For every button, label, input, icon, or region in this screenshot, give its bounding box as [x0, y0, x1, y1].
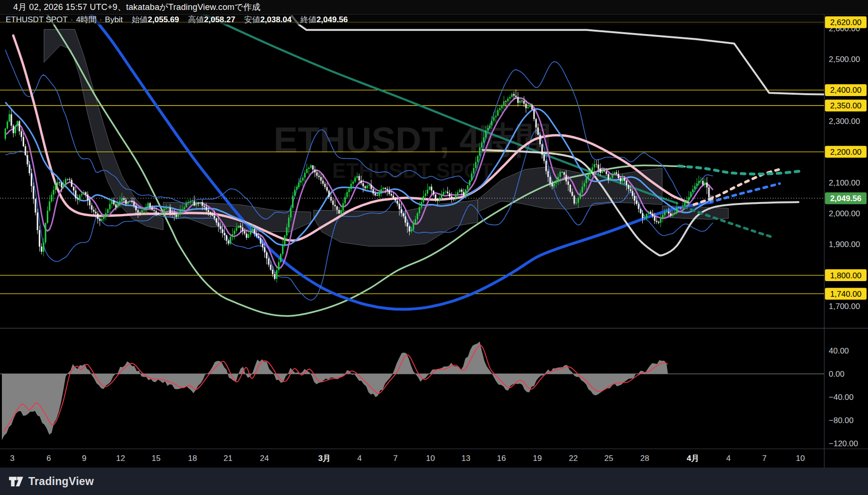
- oscillator-label[interactable]: 0.00: [829, 370, 844, 379]
- time-label[interactable]: 7: [393, 454, 397, 463]
- axis-price-tag[interactable]: 2,350.00: [825, 100, 867, 112]
- tradingview-logo-icon[interactable]: [9, 475, 24, 487]
- high-value: 2,058.27: [204, 15, 235, 24]
- svg-text:1,800.00: 1,800.00: [830, 271, 861, 280]
- close-value: 2,049.56: [316, 15, 348, 24]
- time-label[interactable]: 3: [10, 454, 14, 463]
- axis-price-tag[interactable]: 1,740.00: [825, 288, 867, 300]
- time-label[interactable]: 4: [726, 454, 730, 463]
- svg-text:2,350.00: 2,350.00: [830, 101, 861, 110]
- price-label[interactable]: 2,100.00: [829, 178, 860, 187]
- time-label[interactable]: 22: [569, 454, 578, 463]
- oscillator-label[interactable]: −40.00: [829, 393, 853, 402]
- price-axis[interactable]: 2,600.002,500.002,300.002,100.002,000.00…: [825, 16, 867, 448]
- time-label[interactable]: 21: [224, 454, 233, 463]
- attribution-bar: 4月 02, 2026 15:57 UTC+9、takatabaがTrading…: [0, 0, 868, 14]
- price-label[interactable]: 1,700.00: [829, 302, 860, 311]
- time-label[interactable]: 25: [605, 454, 614, 463]
- svg-text:2,620.00: 2,620.00: [830, 18, 861, 27]
- axis-price-tag[interactable]: 1,800.00: [825, 269, 867, 281]
- time-label[interactable]: 19: [533, 454, 542, 463]
- time-label[interactable]: 9: [82, 454, 86, 463]
- chart-canvas[interactable]: ETHUSDT, 4時間 ETHUSDT SPOT 2,600.002,500.…: [0, 0, 868, 495]
- white-upper-level: [292, 16, 868, 95]
- time-label[interactable]: 24: [260, 454, 269, 463]
- close-label: 終値: [300, 15, 316, 24]
- oscillator-label[interactable]: −80.00: [829, 416, 853, 425]
- panel-separators: [0, 14, 868, 468]
- teal-flat-projection: [679, 166, 802, 174]
- axis-price-tag[interactable]: 2,620.00: [825, 16, 867, 28]
- legend-separator: ·: [99, 15, 102, 24]
- legend-separator: ·: [70, 15, 73, 24]
- time-label[interactable]: 13: [462, 454, 471, 463]
- time-label[interactable]: 6: [46, 454, 51, 463]
- price-label[interactable]: 2,000.00: [829, 209, 860, 218]
- price-label[interactable]: 2,300.00: [829, 117, 860, 126]
- legend-interval[interactable]: 4時間: [76, 15, 96, 24]
- price-label[interactable]: 2,500.00: [829, 55, 860, 64]
- svg-text:2,400.00: 2,400.00: [830, 86, 861, 95]
- axis-price-tag[interactable]: 2,200.00: [825, 146, 867, 158]
- tradingview-brand-text[interactable]: TradingView: [28, 475, 94, 488]
- svg-text:1,740.00: 1,740.00: [830, 290, 861, 299]
- time-label[interactable]: 15: [152, 454, 161, 463]
- time-label[interactable]: 18: [188, 454, 197, 463]
- legend-symbol[interactable]: ETHUSDT SPOT: [6, 15, 68, 24]
- time-label[interactable]: 12: [116, 454, 125, 463]
- open-value: 2,055.69: [148, 15, 179, 24]
- axis-price-tag[interactable]: 2,400.00: [825, 84, 867, 96]
- svg-text:2,200.00: 2,200.00: [830, 148, 861, 157]
- footer-bar: TradingView: [0, 468, 868, 495]
- time-label[interactable]: 4: [357, 454, 361, 463]
- attribution-text: 4月 02, 2026 15:57 UTC+9、takatabaがTrading…: [13, 2, 261, 12]
- open-label: 始値: [132, 15, 148, 24]
- oscillator-label[interactable]: 40.00: [829, 346, 849, 355]
- symbol-legend[interactable]: ETHUSDT SPOT·4時間·Bybit 始値2,055.69 高値2,05…: [0, 15, 824, 25]
- watermark-title: ETHUSDT, 4時間: [274, 120, 552, 160]
- time-label[interactable]: 10: [796, 454, 805, 463]
- time-axis[interactable]: 36912151821243月47101316192225284月4710: [10, 454, 805, 463]
- time-label[interactable]: 10: [426, 454, 435, 463]
- time-label[interactable]: 7: [762, 454, 766, 463]
- oscillator-label[interactable]: −120.00: [829, 439, 858, 448]
- oscillator-area: [2, 342, 668, 440]
- time-label[interactable]: 28: [640, 454, 649, 463]
- low-value: 2,038.04: [260, 15, 291, 24]
- cloud-region: [314, 200, 478, 246]
- legend-exchange[interactable]: Bybit: [105, 15, 123, 24]
- axis-price-tag[interactable]: 2,049.56: [825, 192, 867, 204]
- high-label: 高値: [188, 15, 204, 24]
- time-label[interactable]: 3月: [318, 454, 331, 463]
- price-label[interactable]: 1,900.00: [829, 240, 860, 249]
- svg-text:2,049.56: 2,049.56: [830, 194, 861, 203]
- watermark-subtitle: ETHUSDT SPOT: [332, 159, 493, 182]
- low-label: 安値: [244, 15, 260, 24]
- oscillator-panel[interactable]: [0, 342, 824, 440]
- time-label[interactable]: 16: [497, 454, 506, 463]
- time-label[interactable]: 4月: [687, 454, 699, 463]
